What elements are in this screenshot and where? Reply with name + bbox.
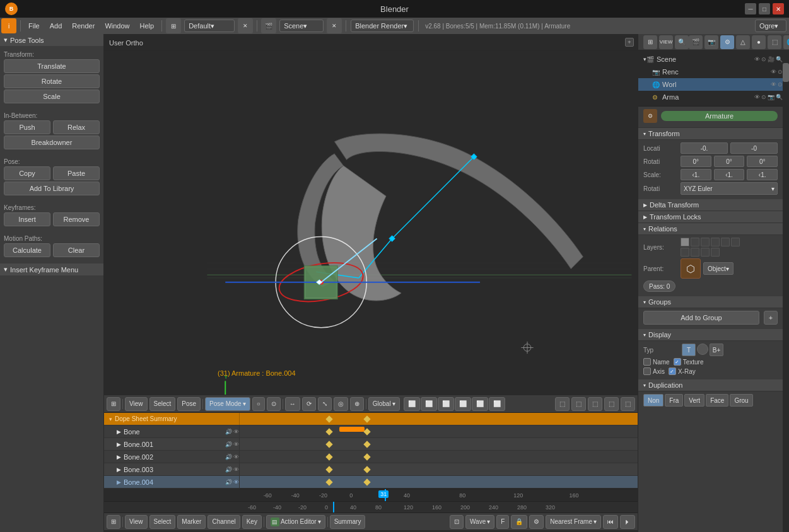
vp-icon-c[interactable]: ⬜ — [438, 397, 454, 411]
vp-mode-icon2[interactable]: ⊙ — [267, 397, 281, 411]
bone001-vis[interactable]: 👁 — [233, 441, 239, 448]
prop-type-tex[interactable]: ⬚ — [768, 35, 781, 49]
display-section-header[interactable]: ▾ Display — [638, 329, 783, 341]
viewport-expand-button[interactable]: + — [625, 38, 634, 47]
ds-filter-btn[interactable]: ⊡ — [450, 515, 464, 529]
rotmode-dropdown[interactable]: XYZ Euler ▾ — [681, 182, 778, 195]
layer-4[interactable] — [711, 238, 720, 246]
bone004-spk[interactable]: 🔊 — [225, 479, 232, 485]
renc-icon-b[interactable]: ⊙ — [778, 69, 783, 75]
viewport[interactable]: User Ortho — [104, 34, 638, 395]
bone003-caret[interactable]: ▶ — [117, 466, 121, 473]
pose-tools-header[interactable]: ▾ Pose Tools — [0, 34, 103, 46]
vp-transform-4[interactable]: ◎ — [334, 397, 348, 411]
ds-marker-btn[interactable]: Marker — [177, 515, 206, 529]
arma-icon-a[interactable]: 👁 — [754, 94, 760, 100]
relations-section-header[interactable]: ▾ Relations — [638, 223, 783, 235]
vp-icon-b[interactable]: ⬜ — [421, 397, 437, 411]
xray-checkbox[interactable] — [669, 367, 676, 375]
type-b-btn[interactable]: B+ — [710, 344, 723, 356]
bone004-caret[interactable]: ▶ — [117, 479, 121, 485]
layer-8[interactable] — [691, 248, 699, 257]
bone004-timeline[interactable] — [240, 476, 638, 488]
groups-section-header[interactable]: ▾ Groups — [638, 296, 783, 308]
type-t-btn[interactable]: T — [682, 344, 696, 356]
vp-transform-5[interactable]: ⊕ — [350, 397, 364, 411]
relax-button[interactable]: Relax — [53, 120, 100, 134]
layer-10[interactable] — [711, 248, 720, 257]
scale-x[interactable]: ‹1. — [681, 169, 711, 180]
scale-y[interactable]: ‹1. — [714, 169, 745, 180]
pass-btn[interactable]: Pass: 0 — [643, 280, 675, 292]
vp-icon-right-4[interactable]: ⬚ — [604, 397, 619, 411]
scroll-thumb[interactable] — [783, 63, 789, 82]
icon-btn-x[interactable]: ✕ — [238, 18, 253, 33]
rot-x[interactable]: 0° — [681, 156, 711, 167]
worl-icon-a[interactable]: 👁 — [771, 81, 776, 88]
scale-button[interactable]: Scale — [4, 90, 100, 103]
remove-button[interactable]: Remove — [53, 212, 100, 226]
paste-button[interactable]: Paste — [53, 166, 100, 180]
maximize-button[interactable]: □ — [759, 3, 770, 14]
calculate-button[interactable]: Calculate — [4, 243, 50, 257]
loc-y-value[interactable]: -0 — [730, 142, 778, 154]
prop-type-world[interactable]: 🌐 — [783, 35, 789, 49]
ds-settings-btn[interactable]: ⚙ — [529, 515, 544, 529]
ds-wave-dropdown[interactable]: Wave ▾ — [465, 515, 494, 529]
vp-view-btn[interactable]: View — [125, 397, 148, 411]
worl-icon-b[interactable]: ⊙ — [778, 81, 783, 88]
clear-button[interactable]: Clear — [53, 243, 100, 257]
delta-transform-header[interactable]: ▶ Delta Transform — [638, 199, 783, 211]
props-icon-1[interactable]: ⊞ — [643, 35, 657, 49]
vp-icon-right-2[interactable]: ⬚ — [571, 397, 586, 411]
translate-button[interactable]: Translate — [4, 59, 100, 73]
push-button[interactable]: Push — [4, 120, 50, 134]
vp-icon-right-1[interactable]: ⬚ — [555, 397, 570, 411]
ds-editor-dropdown[interactable]: ▤ Action Editor ▾ — [266, 515, 325, 529]
global-dropdown[interactable]: Global ▾ — [368, 397, 400, 411]
ds-summary-timeline[interactable] — [240, 413, 638, 425]
scene-icon-a[interactable]: 👁 — [754, 56, 760, 62]
rot-y[interactable]: 0° — [714, 156, 745, 167]
armature-btn[interactable]: Armature — [661, 111, 778, 121]
axis-checkbox[interactable] — [643, 367, 651, 375]
vp-icon-right-5[interactable]: ⬚ — [621, 397, 635, 411]
info-icon[interactable]: i — [1, 18, 16, 33]
scene-dropdown[interactable]: Scene ▾ — [279, 20, 324, 32]
ds-view-btn[interactable]: View — [125, 515, 148, 529]
bone001-timeline[interactable] — [240, 438, 638, 450]
minimize-button[interactable]: ─ — [745, 3, 756, 14]
scene-icon[interactable]: 🎬 — [261, 18, 276, 33]
layout-dropdown[interactable]: Default ▾ — [184, 20, 235, 32]
ds-nearest-frame-dropdown[interactable]: Nearest Frame ▾ — [546, 515, 601, 529]
vp-icon-e[interactable]: ⬜ — [472, 397, 488, 411]
transform-locks-header[interactable]: ▶ Transform Locks — [638, 211, 783, 223]
duplication-section-header[interactable]: ▾ Duplication — [638, 379, 783, 391]
ds-frame-btn[interactable]: F — [496, 515, 509, 529]
insert-button[interactable]: Insert — [4, 212, 50, 226]
tree-scene[interactable]: ▾ 🎬 Scene 👁 ⊙ 🎥 🔍 — [638, 53, 783, 66]
props-icon-search[interactable]: 🔍 — [675, 35, 689, 49]
bone002-caret[interactable]: ▶ — [117, 454, 121, 460]
bone002-vis[interactable]: 👁 — [233, 454, 239, 460]
add-to-group-btn[interactable]: Add to Group — [643, 311, 759, 325]
bone003-spk[interactable]: 🔊 — [225, 466, 232, 473]
menu-help[interactable]: Help — [135, 18, 160, 34]
bone003-timeline[interactable] — [240, 463, 638, 475]
menu-render[interactable]: Render — [67, 18, 100, 34]
props-icon-view[interactable]: VIEW — [659, 35, 673, 49]
vp-icon-d[interactable]: ⬜ — [455, 397, 471, 411]
scene-icon-d[interactable]: 🔍 — [776, 56, 783, 62]
engine-dropdown[interactable]: Blender Render ▾ — [351, 20, 414, 32]
vp-icon-btn[interactable]: ⊞ — [107, 397, 120, 411]
ds-playback-1[interactable]: ⏮ — [603, 515, 618, 529]
renc-icon-a[interactable]: 👁 — [771, 69, 776, 75]
bone001-spk[interactable]: 🔊 — [225, 441, 232, 448]
scene-icon-b[interactable]: ⊙ — [761, 56, 766, 62]
name-checkbox[interactable] — [643, 358, 651, 366]
ds-lock-btn[interactable]: 🔒 — [511, 515, 527, 529]
ogre-dropdown[interactable]: Ogre ▾ — [755, 20, 786, 32]
tree-worl[interactable]: 🌐 Worl 👁 ⊙ — [638, 78, 783, 91]
timeline-ruler-full[interactable]: -60 -40 -20 0 40 80 120 160 200 240 280 … — [104, 501, 638, 512]
layer-3[interactable] — [701, 238, 710, 246]
